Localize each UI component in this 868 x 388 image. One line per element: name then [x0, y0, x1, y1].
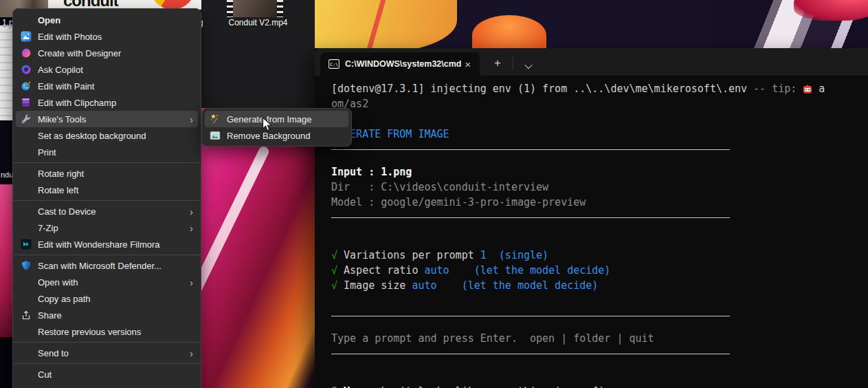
share-icon — [21, 310, 32, 321]
menu-item-create-with-designer[interactable]: Create with Designer — [16, 45, 198, 61]
menu-item-label: Rotate right — [38, 169, 84, 179]
terminal-line — [331, 293, 868, 308]
menu-item-label: Open — [38, 15, 60, 25]
menu-item-label: Cut — [38, 369, 52, 380]
wallpaper-top — [313, 0, 868, 48]
file-thumbnail-striped — [0, 25, 12, 120]
menu-item-rotate-left[interactable]: Rotate left — [16, 182, 198, 198]
terminal-tabbar: C:\ C:\WINDOWS\system32\cmd. × + — [315, 48, 868, 76]
menu-item-label: Open with — [38, 277, 78, 288]
menu-item-label: Copy as path — [38, 294, 91, 304]
menu-icon-placeholder — [21, 14, 32, 25]
defender-icon — [21, 260, 32, 271]
tab-dropdown-chevron-icon[interactable] — [524, 61, 532, 69]
wallpaper-middle — [201, 108, 315, 388]
terminal-window: C:\ C:\WINDOWS\system32\cmd. × + [dotenv… — [315, 48, 868, 388]
terminal-content[interactable]: [dotenv@17.3.1] injecting env (1) from .… — [315, 76, 868, 388]
menu-item-label: Cast to Device — [38, 206, 96, 217]
files-panel: Conduit V2.mp4 — [201, 0, 315, 108]
menu-item-share[interactable]: Share — [16, 307, 198, 323]
menu-item-7-zip[interactable]: 7-Zip› — [16, 219, 198, 236]
copilot-icon — [21, 64, 32, 75]
menu-item-label: Create with Designer — [38, 48, 121, 58]
terminal-line — [331, 149, 868, 164]
cmd-icon: C:\ — [329, 59, 340, 69]
menu-item-generate-from-image[interactable]: Generate from Image — [205, 111, 348, 127]
menu-item-label: Send to — [38, 348, 69, 358]
menu-divider — [14, 255, 200, 255]
menu-divider — [14, 200, 200, 201]
removebg-icon — [210, 130, 221, 141]
menu-item-edit-with-clipchamp[interactable]: Edit with Clipchamp — [16, 94, 198, 111]
paint-icon — [21, 80, 32, 91]
photos-icon — [21, 31, 32, 42]
menu-item-open[interactable]: Open — [16, 12, 198, 28]
menu-item-copy-as-path[interactable]: Copy as path — [16, 290, 198, 307]
menu-item-scan-with-microsoft-defender[interactable]: Scan with Microsoft Defender... — [16, 257, 198, 274]
menu-item-restore-previous-versions[interactable]: Restore previous versions — [16, 323, 198, 340]
tabbar-separator — [513, 57, 513, 69]
wallpaper-pink — [0, 184, 12, 337]
menu-item-label: Edit with Paint — [38, 81, 94, 91]
menu-icon-placeholder — [21, 222, 32, 233]
menu-item-label: Scan with Microsoft Defender... — [38, 261, 162, 271]
clipchamp-icon — [21, 97, 32, 108]
terminal-line: om/as2 — [331, 96, 868, 111]
menu-item-label: Ask Copilot — [38, 65, 83, 75]
terminal-line: Type a prompt and press Enter. open | fo… — [331, 331, 868, 346]
chevron-right-icon: › — [190, 277, 193, 288]
robot-emoji-icon — [803, 83, 812, 96]
terminal-line: Input : 1.png — [331, 164, 868, 180]
menu-icon-placeholder — [21, 326, 32, 337]
wallpaper-white-streak — [201, 144, 271, 353]
terminal-line — [331, 369, 868, 384]
designer-icon — [21, 47, 32, 58]
mikes-tools-submenu: Generate from ImageRemove Background — [201, 108, 352, 147]
terminal-line — [331, 217, 868, 233]
terminal-line: √ Image size auto (let the model decide) — [331, 278, 868, 293]
menu-item-send-to[interactable]: Send to› — [16, 345, 198, 361]
terminal-line — [331, 233, 868, 248]
menu-icon-placeholder — [21, 130, 32, 141]
wallpaper-dark-bottom — [0, 337, 12, 388]
menu-icon-placeholder — [21, 277, 32, 288]
menu-item-ask-copilot[interactable]: Ask Copilot — [16, 61, 198, 78]
menu-item-mike-s-tools[interactable]: Mike's Tools› — [16, 111, 198, 127]
terminal-line: √ Variations per prompt 1 (single) — [331, 248, 868, 263]
menu-item-label: Print — [38, 147, 56, 158]
terminal-line: √ Aspect ratio auto (let the model decid… — [331, 263, 868, 278]
wallpaper-orange-shape — [472, 15, 546, 48]
wallpaper-red-corner — [794, 0, 868, 21]
menu-icon-placeholder — [21, 168, 32, 179]
menu-icon-placeholder — [21, 147, 32, 158]
menu-item-edit-with-photos[interactable]: Edit with Photos — [16, 28, 198, 45]
menu-item-print[interactable]: Print — [16, 144, 198, 160]
terminal-line — [331, 354, 868, 369]
menu-icon-placeholder — [21, 293, 32, 304]
new-tab-button[interactable]: + — [489, 55, 506, 72]
terminal-tab[interactable]: C:\ C:\WINDOWS\system32\cmd. × — [320, 52, 480, 76]
menu-item-edit-with-paint[interactable]: Edit with Paint — [16, 78, 198, 94]
menu-item-open-with[interactable]: Open with› — [16, 274, 198, 290]
menu-item-cast-to-device[interactable]: Cast to Device› — [16, 203, 198, 219]
menu-item-label: Edit with Clipchamp — [38, 98, 116, 108]
menu-divider — [14, 162, 200, 163]
menu-item-label: Restore previous versions — [38, 327, 141, 337]
tab-close-icon[interactable]: × — [461, 58, 474, 71]
menu-item-copy[interactable]: Copy — [16, 382, 198, 388]
menu-icon-placeholder — [21, 206, 32, 217]
menu-item-cut[interactable]: Cut — [16, 366, 198, 382]
desktop: 1.p conduit Conduit V2.mp4 g ndu C:\ C:\… — [0, 0, 868, 388]
menu-item-rotate-right[interactable]: Rotate right — [16, 165, 198, 182]
menu-item-label: Copy — [38, 386, 58, 388]
menu-item-remove-background[interactable]: Remove Background — [205, 127, 348, 144]
menu-icon-placeholder — [21, 369, 32, 380]
menu-item-set-as-desktop-background[interactable]: Set as desktop background — [16, 127, 198, 144]
chevron-right-icon: › — [190, 348, 193, 358]
file-label-conduit-v2[interactable]: Conduit V2.mp4 — [208, 18, 308, 28]
menu-item-edit-with-wondershare-filmora[interactable]: Edit with Wondershare Filmora — [16, 236, 198, 252]
context-menu: OpenEdit with PhotosCreate with Designer… — [12, 8, 201, 388]
video-file-thumbnail[interactable] — [227, 0, 283, 17]
menu-item-label: Share — [38, 310, 62, 321]
terminal-tab-title: C:\WINDOWS\system32\cmd. — [345, 59, 461, 69]
